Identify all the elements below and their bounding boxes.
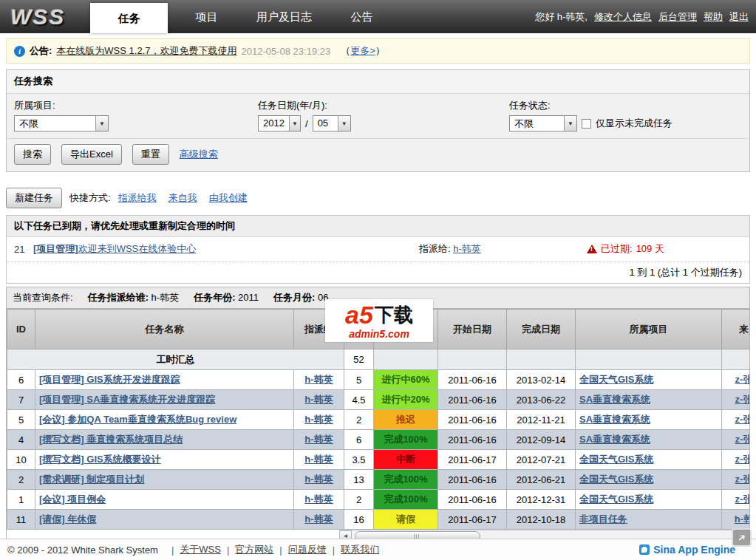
task-name-link[interactable]: [项目管理] SA垂直搜索系统开发进度跟踪 [39,394,215,405]
search-button[interactable]: 搜索 [14,144,51,165]
overdue-task-title: 欢迎来到WSS在线体验中心 [78,243,197,254]
footer-link[interactable]: 联系我们 [341,543,379,556]
task-project-link[interactable]: 非项目任务 [579,513,627,525]
status-filter-select[interactable]: 不限 ▼ [509,115,577,132]
overdue-assignee: 指派给: h-韩英 [419,242,481,256]
advanced-search-link[interactable]: 高级搜索 [180,148,218,161]
footer-links: |关于WSS |官方网站 |问题反馈 |联系我们 [166,543,379,556]
shortcut-link[interactable]: 指派给我 [118,191,157,205]
top-link[interactable]: 帮助 [704,10,723,24]
task-name-link[interactable]: [请假] 年休假 [39,513,96,525]
task-project-link[interactable]: 全国天气GIS系统 [579,494,653,505]
task-hours: 4.5 [344,390,374,410]
task-assignee-link[interactable]: h-韩英 [304,494,333,505]
task-assignee-link[interactable]: h-韩英 [304,513,333,525]
top-link[interactable]: 后台管理 [658,10,697,24]
overdue-task-link[interactable]: [项目管理]欢迎来到WSS在线体验中心 [33,242,196,256]
task-project-link[interactable]: 全国天气GIS系统 [579,374,653,385]
task-status-badge: 进行中20% [374,390,438,410]
footer-link[interactable]: 关于WSS [180,543,221,556]
year-select[interactable]: 2012 ▼ [258,115,301,132]
task-from-link[interactable]: z-张 [735,394,749,405]
task-assignee-link[interactable]: h-韩英 [304,414,333,425]
more-link[interactable]: 更多> [350,45,375,56]
task-hours: 2 [344,410,374,430]
greeting-text: 您好 h-韩英, [535,10,588,24]
task-end-date: 2012-12-31 [507,490,576,510]
top-link[interactable]: 修改个人信息 [594,10,652,24]
query-criterion: 任务月份: 06 [273,291,328,304]
task-from-link[interactable]: z-张 [735,434,749,445]
announcement-bar: i 公告: 本在线版为WSS 1.2.7，欢迎免费下载使用 2012-05-08… [6,38,750,64]
chevron-down-icon[interactable]: ▼ [95,116,108,131]
assignee-link[interactable]: h-韩英 [453,243,481,254]
task-assignee-link[interactable]: h-韩英 [304,394,333,405]
task-assignee-link[interactable]: h-韩英 [304,454,333,465]
task-start-date: 2011-06-17 [438,450,507,470]
project-filter-value: 不限 [15,116,95,131]
watermark-download: 下载 [375,305,413,324]
watermark-a5: a5 [345,302,373,327]
incomplete-only-checkbox[interactable] [582,119,591,129]
task-name-link[interactable]: [撰写文档] GIS系统概要设计 [39,454,161,465]
task-from-link[interactable]: z-张 [735,474,749,485]
task-assignee-link[interactable]: h-韩英 [304,434,333,445]
task-from-link[interactable]: h-韩 [735,513,749,525]
reset-button[interactable]: 重置 [132,144,169,165]
shortcut-link[interactable]: 由我创建 [209,191,248,205]
overdue-badge: 已过期: 109 天 [587,242,664,256]
chevron-down-icon[interactable]: ▼ [564,116,576,131]
nav-tab[interactable]: 公告 [323,0,401,33]
share-icon[interactable]: ➔ [732,528,752,547]
announcement-link[interactable]: 本在线版为WSS 1.2.7，欢迎免费下载使用 [56,44,236,58]
task-project-link[interactable]: SA垂直搜索系统 [579,434,650,445]
query-criterion: 任务年份: 2011 [194,291,259,304]
task-id: 6 [7,370,35,390]
nav-tab[interactable]: 任务 [90,3,168,33]
task-assignee-link[interactable]: h-韩英 [304,374,333,385]
page: WSS 任务 项目 用户及日志 公告 您好 h-韩英, 修改个人信息 后台管理 … [0,0,756,560]
task-start-date: 2011-06-16 [438,490,507,510]
task-from-link[interactable]: z-张 [735,414,749,425]
export-excel-button[interactable]: 导出Excel [61,144,122,165]
task-start-date: 2011-06-16 [438,430,507,450]
chevron-down-icon[interactable]: ▼ [338,116,350,131]
sina-icon [639,544,650,555]
sae-logo[interactable]: Sina App Engine ➔ [639,544,749,556]
new-task-button[interactable]: 新建任务 [6,188,62,208]
task-project-link[interactable]: SA垂直搜索系统 [579,394,650,405]
task-from-link[interactable]: z-张 [735,374,749,385]
column-header: 开始日期 [438,310,507,349]
task-from-link[interactable]: z-张 [735,454,749,465]
footer-separator: | [171,544,174,556]
table-row: 10 [撰写文档] GIS系统概要设计 h-韩英 3.5 中断 2011-06-… [7,450,750,470]
summary-label: 工时汇总 [7,349,344,370]
task-project-link[interactable]: 全国天气GIS系统 [579,454,653,465]
task-project-link[interactable]: 全国天气GIS系统 [579,474,653,485]
footer: © 2009 - 2012 White Shark System |关于WSS … [0,539,756,560]
status-filter-value: 不限 [510,116,564,131]
task-name-link[interactable]: [项目管理] GIS系统开发进度跟踪 [39,374,180,385]
task-hours: 2 [344,490,374,510]
month-select[interactable]: 05 ▼ [313,115,351,132]
task-status-badge: 完成100% [374,490,438,510]
task-name-link[interactable]: [会议] 项目例会 [39,494,106,505]
project-filter-label: 所属项目: [14,99,258,112]
nav-tab[interactable]: 项目 [168,0,245,33]
footer-link[interactable]: 官方网站 [235,543,273,556]
nav-tab[interactable]: 用户及日志 [245,0,323,33]
shortcut-link[interactable]: 来自我 [168,191,197,205]
project-filter-select[interactable]: 不限 ▼ [14,115,109,132]
task-name-link[interactable]: [需求调研] 制定项目计划 [39,474,144,485]
chevron-down-icon[interactable]: ▼ [289,116,300,131]
task-from-link[interactable]: z-张 [735,494,749,505]
task-name-link[interactable]: [撰写文档] 垂直搜索系统项目总结 [39,434,183,445]
task-name-link[interactable]: [会议] 参加QA Team垂直搜索系统Bug review [39,414,236,425]
overdue-pagination: 1 到 1 (总计 1 个过期任务) [7,262,749,283]
top-link[interactable]: 退出 [729,10,749,24]
task-start-date: 2011-06-16 [438,470,507,490]
task-assignee-link[interactable]: h-韩英 [304,474,333,485]
task-hours: 16 [344,510,374,530]
footer-link[interactable]: 问题反馈 [288,543,327,556]
task-project-link[interactable]: SA垂直搜索系统 [579,414,650,425]
